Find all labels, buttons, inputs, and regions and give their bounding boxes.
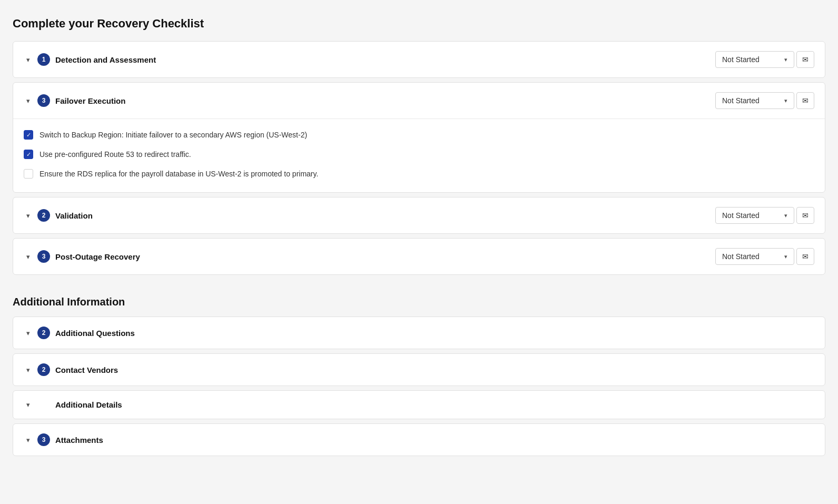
- badge-detection: 1: [37, 53, 50, 66]
- email-icon-post-outage: ✉: [802, 252, 809, 261]
- dropdown-chevron-detection-icon: ▾: [784, 56, 787, 63]
- chevron-additional-questions-icon: ▾: [24, 329, 32, 337]
- section-header-detection[interactable]: ▾ 1 Detection and Assessment Not Started…: [13, 42, 825, 77]
- chevron-validation-icon: ▾: [24, 212, 32, 220]
- info-card-additional-questions: ▾ 2 Additional Questions: [13, 317, 825, 349]
- email-button-post-outage[interactable]: ✉: [796, 248, 814, 265]
- badge-failover: 3: [37, 94, 50, 107]
- email-button-detection[interactable]: ✉: [796, 51, 814, 68]
- section-label-detection: Detection and Assessment: [55, 55, 156, 64]
- email-icon-validation: ✉: [802, 211, 809, 220]
- additional-info-title: Additional Information: [13, 296, 825, 308]
- section-controls-detection: Not Started ▾ ✉: [715, 51, 814, 68]
- info-header-additional-questions[interactable]: ▾ 2 Additional Questions: [13, 317, 825, 349]
- checkbox-failover-1[interactable]: ✓: [24, 150, 33, 159]
- info-card-attachments: ▾ 3 Attachments: [13, 423, 825, 456]
- email-icon-failover: ✉: [802, 96, 809, 105]
- section-header-post-outage[interactable]: ▾ 3 Post-Outage Recovery Not Started ▾ ✉: [13, 239, 825, 274]
- chevron-detection-icon: ▾: [24, 56, 32, 64]
- email-button-failover[interactable]: ✉: [796, 92, 814, 109]
- status-value-detection: Not Started: [722, 55, 760, 64]
- checklist-item-text-failover-1: Use pre-configured Route 53 to redirect …: [40, 149, 191, 160]
- section-header-validation[interactable]: ▾ 2 Validation Not Started ▾ ✉: [13, 197, 825, 233]
- badge-attachments: 3: [37, 433, 50, 446]
- badge-additional-questions: 2: [37, 327, 50, 339]
- section-card-post-outage: ▾ 3 Post-Outage Recovery Not Started ▾ ✉: [13, 238, 825, 275]
- dropdown-chevron-failover-icon: ▾: [784, 97, 787, 104]
- status-value-post-outage: Not Started: [722, 252, 760, 261]
- status-value-validation: Not Started: [722, 211, 760, 220]
- info-section: ▾ 2 Additional Questions ▾ 2 Contact Ven…: [13, 317, 825, 456]
- section-controls-post-outage: Not Started ▾ ✉: [715, 248, 814, 265]
- checklist-item-failover-1: ✓Use pre-configured Route 53 to redirect…: [24, 145, 814, 164]
- info-header-additional-details[interactable]: ▾ Additional Details: [13, 391, 825, 419]
- info-label-additional-questions: Additional Questions: [55, 329, 135, 338]
- badge-post-outage: 3: [37, 250, 50, 263]
- badge-validation: 2: [37, 209, 50, 222]
- section-controls-failover: Not Started ▾ ✉: [715, 92, 814, 109]
- section-label-post-outage: Post-Outage Recovery: [55, 252, 140, 261]
- section-label-validation: Validation: [55, 211, 93, 220]
- section-body-failover: ✓Switch to Backup Region: Initiate failo…: [13, 118, 825, 192]
- email-button-validation[interactable]: ✉: [796, 207, 814, 224]
- info-label-contact-vendors: Contact Vendors: [55, 365, 118, 374]
- checklist-item-text-failover-2: Ensure the RDS replica for the payroll d…: [40, 169, 318, 180]
- dropdown-chevron-post-outage-icon: ▾: [784, 253, 787, 260]
- chevron-post-outage-icon: ▾: [24, 253, 32, 261]
- status-value-failover: Not Started: [722, 96, 760, 105]
- badge-contact-vendors: 2: [37, 363, 50, 376]
- info-header-contact-vendors[interactable]: ▾ 2 Contact Vendors: [13, 354, 825, 386]
- section-card-detection: ▾ 1 Detection and Assessment Not Started…: [13, 41, 825, 78]
- info-label-attachments: Attachments: [55, 436, 103, 444]
- section-label-failover: Failover Execution: [55, 96, 125, 105]
- page-title: Complete your Recovery Checklist: [13, 17, 825, 31]
- section-header-failover[interactable]: ▾ 3 Failover Execution Not Started ▾ ✉: [13, 83, 825, 118]
- chevron-additional-details-icon: ▾: [24, 401, 32, 409]
- section-card-failover: ▾ 3 Failover Execution Not Started ▾ ✉ ✓…: [13, 82, 825, 193]
- info-header-attachments[interactable]: ▾ 3 Attachments: [13, 424, 825, 456]
- info-card-additional-details: ▾ Additional Details: [13, 390, 825, 419]
- chevron-contact-vendors-icon: ▾: [24, 366, 32, 374]
- section-controls-validation: Not Started ▾ ✉: [715, 207, 814, 224]
- status-dropdown-detection[interactable]: Not Started ▾: [715, 51, 794, 68]
- checklist-item-failover-0: ✓Switch to Backup Region: Initiate failo…: [24, 125, 814, 145]
- chevron-attachments-icon: ▾: [24, 436, 32, 444]
- info-card-contact-vendors: ▾ 2 Contact Vendors: [13, 353, 825, 386]
- info-label-additional-details: Additional Details: [55, 400, 122, 409]
- chevron-failover-icon: ▾: [24, 97, 32, 105]
- status-dropdown-validation[interactable]: Not Started ▾: [715, 207, 794, 224]
- checklist-item-text-failover-0: Switch to Backup Region: Initiate failov…: [40, 130, 307, 141]
- checklist-section: ▾ 1 Detection and Assessment Not Started…: [13, 41, 825, 275]
- status-dropdown-failover[interactable]: Not Started ▾: [715, 92, 794, 109]
- email-icon-detection: ✉: [802, 55, 809, 64]
- dropdown-chevron-validation-icon: ▾: [784, 212, 787, 219]
- section-card-validation: ▾ 2 Validation Not Started ▾ ✉: [13, 197, 825, 234]
- checkbox-failover-0[interactable]: ✓: [24, 130, 33, 140]
- checklist-item-failover-2: Ensure the RDS replica for the payroll d…: [24, 164, 814, 184]
- status-dropdown-post-outage[interactable]: Not Started ▾: [715, 248, 794, 265]
- checkbox-failover-2[interactable]: [24, 169, 33, 179]
